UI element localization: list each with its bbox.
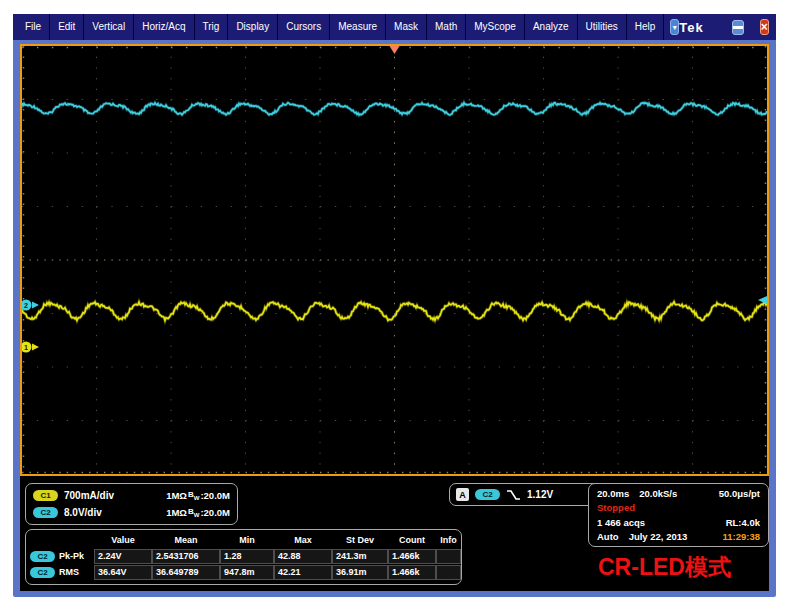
- channel-2-ref-label: 2: [24, 302, 28, 309]
- meas-row-label: C2 Pk-Pk: [30, 551, 94, 562]
- tek-logo: Tek: [679, 20, 703, 35]
- meas-header-min: Min: [220, 535, 274, 545]
- channel-2-badge[interactable]: C2: [33, 507, 58, 518]
- measurement-table: Value Mean Min Max St Dev Count Info C2 …: [25, 529, 462, 585]
- meas-cell: 36.64V: [94, 565, 152, 580]
- channel-1-ref-label: 1: [24, 344, 28, 351]
- meas-header-max: Max: [274, 535, 332, 545]
- meas-cell: 42.88: [274, 549, 332, 564]
- menu-item-mask[interactable]: Mask: [386, 14, 427, 40]
- channel-2-bandwidth: :20.0M: [200, 507, 230, 518]
- close-button[interactable]: ×: [760, 19, 769, 35]
- menu-item-analyze[interactable]: Analyze: [525, 14, 578, 40]
- meas-cell: 1.466k: [388, 549, 436, 564]
- channel-1-ref-arrow-icon: [32, 344, 39, 351]
- sample-resolution: 50.0μs/pt: [719, 488, 760, 499]
- channel-1-bandwidth: :20.0M: [200, 490, 230, 501]
- meas-cell: [436, 549, 461, 564]
- ch2-voltage-trace: [22, 103, 767, 115]
- date-label: July 22, 2013: [629, 531, 688, 542]
- chevron-down-icon: ▼: [671, 24, 678, 31]
- meas-cell: 947.8m: [220, 565, 274, 580]
- acquisition-status: Stopped: [597, 502, 635, 513]
- menu-item-edit[interactable]: Edit: [50, 14, 84, 40]
- channel-1-readout[interactable]: C1 700mA/div 1MΩ BW :20.0M: [33, 490, 230, 501]
- menu-item-help[interactable]: Help: [627, 14, 665, 40]
- menu-bar: File Edit Vertical Horiz/Acq Trig Displa…: [13, 14, 776, 40]
- channel-1-badge[interactable]: C1: [33, 490, 58, 501]
- close-icon: ×: [761, 20, 768, 34]
- trigger-mode-label: Auto: [597, 531, 619, 542]
- menu-item-vertical[interactable]: Vertical: [84, 14, 134, 40]
- acquisition-panel[interactable]: 20.0ms 20.0kS/s 50.0μs/pt Stopped 1 466 …: [588, 483, 769, 547]
- channel-2-ref-arrow-icon: [32, 302, 39, 309]
- bandwidth-icon: BW: [188, 507, 199, 518]
- time-label: 11:29:38: [722, 531, 760, 542]
- meas-header-info: Info: [436, 535, 461, 545]
- trigger-level: 1.12V: [527, 489, 553, 500]
- scope-content: 21 C1 700mA/div 1MΩ BW :20.0M C: [20, 44, 769, 591]
- bandwidth-icon: BW: [188, 490, 199, 501]
- minimize-icon: [733, 26, 743, 29]
- minimize-button[interactable]: [732, 20, 744, 35]
- channel-2-impedance: 1MΩ: [166, 507, 187, 518]
- meas-cell: 2.24V: [94, 549, 152, 564]
- trigger-mode-icon: A: [456, 488, 469, 501]
- trigger-source-badge: C2: [475, 489, 500, 500]
- channel-2-readout[interactable]: C2 8.0V/div 1MΩ BW :20.0M: [33, 507, 230, 518]
- falling-edge-icon: [506, 488, 521, 502]
- channel-1-impedance: 1MΩ: [166, 490, 187, 501]
- meas-cell: 36.91m: [332, 565, 388, 580]
- mode-annotation: CR-LED模式: [598, 552, 731, 583]
- meas-cell: 1.28: [220, 549, 274, 564]
- channel-1-scale: 700mA/div: [64, 490, 114, 501]
- menu-item-file[interactable]: File: [17, 14, 50, 40]
- trigger-position-icon[interactable]: [390, 46, 400, 54]
- record-length: RL:4.0k: [726, 517, 760, 528]
- menu-item-measure[interactable]: Measure: [330, 14, 386, 40]
- sample-rate: 20.0kS/s: [639, 488, 677, 499]
- menu-item-math[interactable]: Math: [427, 14, 466, 40]
- meas-cell: 241.3m: [332, 549, 388, 564]
- meas-source-badge: C2: [30, 551, 55, 562]
- meas-row-label: C2 RMS: [30, 567, 94, 578]
- meas-header-count: Count: [388, 535, 436, 545]
- menu-item-cursors[interactable]: Cursors: [278, 14, 330, 40]
- graticule-canvas: 21: [22, 46, 767, 474]
- meas-cell: 36.649789: [152, 565, 220, 580]
- menu-item-trig[interactable]: Trig: [195, 14, 229, 40]
- meas-header-value: Value: [94, 535, 152, 545]
- channel-readout-panel: C1 700mA/div 1MΩ BW :20.0M C2 8.0V/div 1…: [25, 483, 238, 525]
- meas-cell: 42.21: [274, 565, 332, 580]
- meas-header-mean: Mean: [152, 535, 220, 545]
- meas-header-stdev: St Dev: [332, 535, 388, 545]
- meas-cell: [436, 565, 461, 580]
- meas-cell: 1.466k: [388, 565, 436, 580]
- menu-dropdown-button[interactable]: ▼: [670, 19, 679, 35]
- menu-item-myscope[interactable]: MyScope: [466, 14, 525, 40]
- waveform-display: 21: [20, 44, 769, 476]
- trigger-readout[interactable]: A C2 1.12V: [449, 483, 601, 506]
- status-bar: C1 700mA/div 1MΩ BW :20.0M C2 8.0V/div 1…: [20, 476, 769, 591]
- timebase: 20.0ms: [597, 488, 629, 499]
- meas-source-badge: C2: [30, 567, 55, 578]
- page: File Edit Vertical Horiz/Acq Trig Displa…: [0, 0, 790, 611]
- acquisition-count: 1 466 acqs: [597, 517, 645, 528]
- menu-item-display[interactable]: Display: [228, 14, 278, 40]
- channel-2-scale: 8.0V/div: [64, 507, 102, 518]
- menu-item-utilities[interactable]: Utilities: [578, 14, 627, 40]
- menu-item-horizacq[interactable]: Horiz/Acq: [134, 14, 194, 40]
- meas-cell: 2.5431706: [152, 549, 220, 564]
- scope-window: File Edit Vertical Horiz/Acq Trig Displa…: [13, 14, 776, 597]
